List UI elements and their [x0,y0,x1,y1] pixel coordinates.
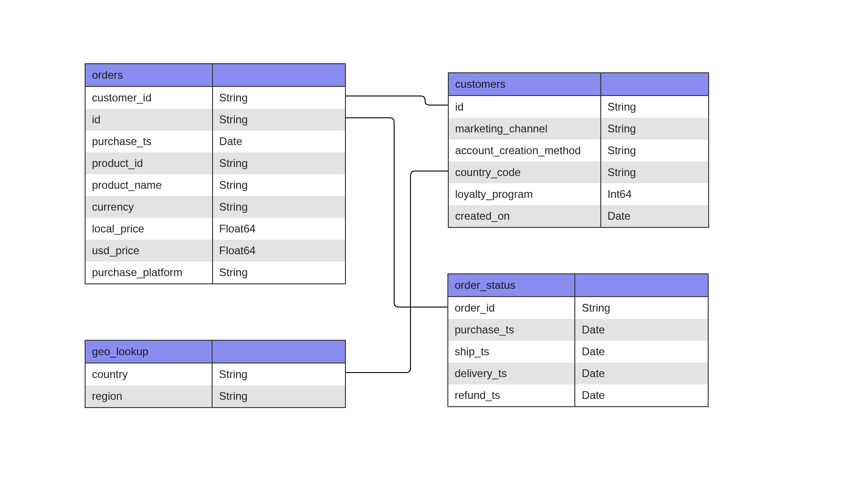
column-row: currencyString [85,196,345,218]
er-diagram: orders customer_idString idString purcha… [85,63,767,441]
column-type: String [213,196,345,218]
column-name: loyalty_program [448,183,601,205]
column-type: String [601,140,709,161]
column-name: purchase_ts [85,131,213,152]
column-name: purchase_platform [85,262,213,284]
column-name: id [85,109,213,131]
column-type: String [601,96,709,118]
column-type: Date [575,341,708,363]
column-name: usd_price [85,240,213,262]
column-row: refund_tsDate [448,384,708,407]
column-row: created_onDate [448,205,709,227]
column-name: order_id [448,297,575,319]
column-type: String [212,363,345,385]
column-type: Date [575,384,708,407]
column-row: local_priceFloat64 [85,218,345,240]
column-row: account_creation_methodString [448,140,709,161]
column-type: Date [601,205,709,227]
column-name: purchase_ts [448,319,575,341]
column-name: id [448,96,601,118]
column-row: purchase_tsDate [448,319,708,341]
entity-title: order_status [448,274,575,297]
column-row: regionString [85,385,345,408]
column-row: countryString [85,363,345,385]
column-row: order_idString [448,297,708,319]
column-name: product_name [85,174,213,196]
column-type: Date [575,319,708,341]
column-type: String [575,297,708,319]
column-row: customer_idString [85,86,345,109]
column-row: product_idString [85,152,345,174]
entity-header-spacer [575,274,708,297]
column-row: loyalty_programInt64 [448,183,709,205]
column-type: String [212,385,345,408]
entity-header-spacer [213,64,345,86]
column-type: Date [575,363,708,384]
entity-order-status: order_status order_idString purchase_tsD… [447,273,709,407]
entity-header-spacer [212,340,345,363]
column-type: String [213,262,345,284]
entity-header: orders [85,64,345,86]
column-name: ship_ts [448,341,575,363]
column-name: delivery_ts [448,363,575,384]
column-row: purchase_platformString [85,262,345,284]
column-row: idString [85,109,345,131]
column-row: country_codeString [448,161,709,183]
column-name: created_on [448,205,601,227]
column-row: purchase_tsDate [85,131,345,152]
column-type: String [213,86,345,109]
column-type: String [601,118,709,140]
column-name: refund_ts [448,384,575,407]
entity-header: order_status [448,274,708,297]
column-name: region [85,385,212,408]
column-name: country [85,363,212,385]
column-name: customer_id [85,86,213,109]
column-row: idString [448,96,709,118]
entity-title: orders [85,64,213,86]
column-type: String [213,174,345,196]
column-name: marketing_channel [448,118,601,140]
column-name: product_id [85,152,213,174]
entity-title: geo_lookup [85,340,212,363]
entity-header: geo_lookup [85,340,345,363]
column-type: String [213,152,345,174]
entity-title: customers [448,73,601,96]
column-row: marketing_channelString [448,118,709,140]
entity-customers: customers idString marketing_channelStri… [448,72,709,228]
entity-orders: orders customer_idString idString purcha… [85,63,346,284]
column-type: Date [213,131,345,152]
entity-header: customers [448,73,709,96]
column-name: currency [85,196,213,218]
column-type: Int64 [601,183,709,205]
column-row: ship_tsDate [448,341,708,363]
column-type: String [601,161,709,183]
column-row: product_nameString [85,174,345,196]
column-name: local_price [85,218,213,240]
column-type: String [213,109,345,131]
entity-header-spacer [601,73,709,96]
column-type: Float64 [213,218,345,240]
column-name: country_code [448,161,601,183]
column-row: delivery_tsDate [448,363,708,384]
column-row: usd_priceFloat64 [85,240,345,262]
entity-geo-lookup: geo_lookup countryString regionString [85,340,346,408]
column-type: Float64 [213,240,345,262]
column-name: account_creation_method [448,140,601,161]
